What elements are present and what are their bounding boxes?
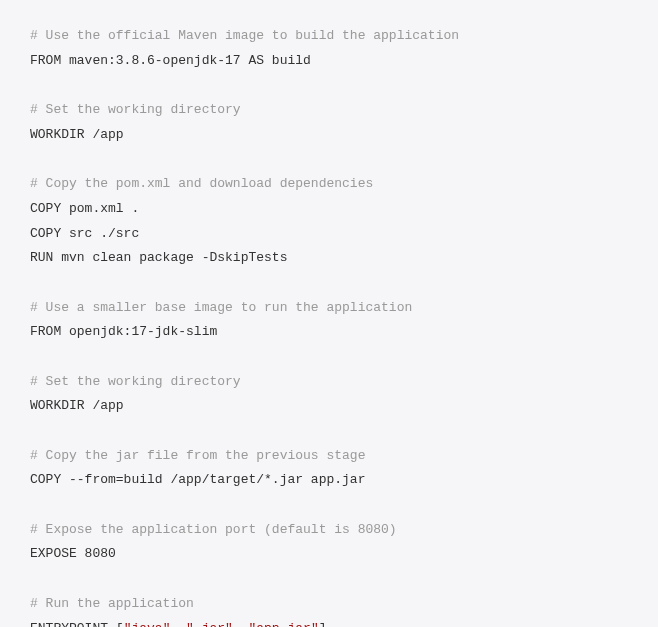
code-line xyxy=(30,419,628,444)
code-line xyxy=(30,345,628,370)
code-line xyxy=(30,493,628,518)
comment-text: # Set the working directory xyxy=(30,374,241,389)
code-text: WORKDIR /app xyxy=(30,127,124,142)
code-text: COPY --from=build /app/target/*.jar app.… xyxy=(30,472,365,487)
string-literal: "-jar" xyxy=(186,621,233,628)
comment-text: # Use the official Maven image to build … xyxy=(30,28,459,43)
code-line xyxy=(30,567,628,592)
string-literal: "app.jar" xyxy=(248,621,318,628)
code-text: EXPOSE 8080 xyxy=(30,546,116,561)
code-line: RUN mvn clean package -DskipTests xyxy=(30,246,628,271)
code-line: # Set the working directory xyxy=(30,98,628,123)
code-line: # Run the application xyxy=(30,592,628,617)
code-text: COPY src ./src xyxy=(30,226,139,241)
comment-text: # Copy the jar file from the previous st… xyxy=(30,448,365,463)
code-line: COPY --from=build /app/target/*.jar app.… xyxy=(30,468,628,493)
code-line: COPY src ./src xyxy=(30,222,628,247)
code-text: , xyxy=(233,621,249,628)
dockerfile-code-block: # Use the official Maven image to build … xyxy=(30,24,628,627)
comment-text: # Copy the pom.xml and download dependen… xyxy=(30,176,373,191)
comment-text: # Run the application xyxy=(30,596,194,611)
code-text: ENTRYPOINT [ xyxy=(30,621,124,628)
string-literal: "java" xyxy=(124,621,171,628)
code-text: WORKDIR /app xyxy=(30,398,124,413)
code-text: FROM maven:3.8.6-openjdk-17 AS build xyxy=(30,53,311,68)
code-line: FROM openjdk:17-jdk-slim xyxy=(30,320,628,345)
code-line: # Copy the pom.xml and download dependen… xyxy=(30,172,628,197)
code-line: # Set the working directory xyxy=(30,370,628,395)
comment-text: # Expose the application port (default i… xyxy=(30,522,397,537)
code-line: WORKDIR /app xyxy=(30,394,628,419)
comment-text: # Set the working directory xyxy=(30,102,241,117)
code-text: COPY pom.xml . xyxy=(30,201,139,216)
code-line: WORKDIR /app xyxy=(30,123,628,148)
code-line: # Copy the jar file from the previous st… xyxy=(30,444,628,469)
comment-text: # Use a smaller base image to run the ap… xyxy=(30,300,412,315)
code-line: # Expose the application port (default i… xyxy=(30,518,628,543)
code-line: ENTRYPOINT ["java", "-jar", "app.jar"] xyxy=(30,617,628,628)
code-line: FROM maven:3.8.6-openjdk-17 AS build xyxy=(30,49,628,74)
code-line: EXPOSE 8080 xyxy=(30,542,628,567)
code-text: ] xyxy=(319,621,327,628)
code-line xyxy=(30,147,628,172)
code-line xyxy=(30,73,628,98)
code-text: , xyxy=(170,621,186,628)
code-text: RUN mvn clean package -DskipTests xyxy=(30,250,287,265)
code-line xyxy=(30,271,628,296)
code-line: COPY pom.xml . xyxy=(30,197,628,222)
code-text: FROM openjdk:17-jdk-slim xyxy=(30,324,217,339)
code-line: # Use a smaller base image to run the ap… xyxy=(30,296,628,321)
code-line: # Use the official Maven image to build … xyxy=(30,24,628,49)
